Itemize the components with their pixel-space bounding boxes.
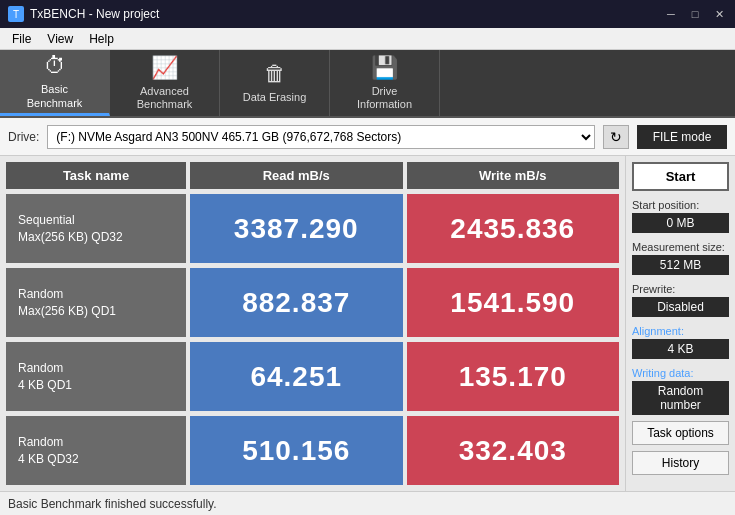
row-3-label: Random4 KB QD1 [6, 342, 186, 411]
alignment-value: 4 KB [632, 339, 729, 359]
table-header: Task name Read mB/s Write mB/s [6, 162, 619, 189]
history-button[interactable]: History [632, 451, 729, 475]
prewrite-label: Prewrite: [632, 283, 729, 295]
menu-bar: File View Help [0, 28, 735, 50]
alignment-group: Alignment: 4 KB [632, 323, 729, 359]
app-icon: T [8, 6, 24, 22]
drive-information-icon: 💾 [371, 55, 398, 81]
row-3-read-value: 64.251 [250, 361, 342, 393]
benchmark-table: Task name Read mB/s Write mB/s Sequentia… [0, 156, 625, 491]
start-position-value: 0 MB [632, 213, 729, 233]
advanced-benchmark-icon: 📈 [151, 55, 178, 81]
prewrite-group: Prewrite: Disabled [632, 281, 729, 317]
table-row: SequentialMax(256 KB) QD32 3387.290 2435… [6, 194, 619, 263]
row-2-write: 1541.590 [407, 268, 620, 337]
row-2-read: 882.837 [190, 268, 403, 337]
right-panel: Start Start position: 0 MB Measurement s… [625, 156, 735, 491]
row-3-write: 135.170 [407, 342, 620, 411]
measurement-size-label: Measurement size: [632, 241, 729, 253]
row-2-read-value: 882.837 [242, 287, 350, 319]
menu-file[interactable]: File [4, 30, 39, 47]
row-1-write: 2435.836 [407, 194, 620, 263]
drive-label: Drive: [8, 130, 39, 144]
drive-information-label: DriveInformation [357, 85, 412, 111]
toolbar-drive-information[interactable]: 💾 DriveInformation [330, 50, 440, 116]
basic-benchmark-icon: ⏱ [44, 53, 66, 79]
window-controls: ─ □ ✕ [663, 6, 727, 22]
row-4-read: 510.156 [190, 416, 403, 485]
col-header-task: Task name [6, 162, 186, 189]
main-area: Task name Read mB/s Write mB/s Sequentia… [0, 156, 735, 491]
minimize-button[interactable]: ─ [663, 6, 679, 22]
status-bar: Basic Benchmark finished successfully. [0, 491, 735, 515]
row-1-label: SequentialMax(256 KB) QD32 [6, 194, 186, 263]
row-2-write-value: 1541.590 [450, 287, 575, 319]
basic-benchmark-label: BasicBenchmark [27, 83, 83, 109]
menu-help[interactable]: Help [81, 30, 122, 47]
data-erasing-icon: 🗑 [264, 61, 286, 87]
drive-bar: Drive: (F:) NVMe Asgard AN3 500NV 465.71… [0, 118, 735, 156]
row-1-read: 3387.290 [190, 194, 403, 263]
row-1-write-value: 2435.836 [450, 213, 575, 245]
toolbar-basic-benchmark[interactable]: ⏱ BasicBenchmark [0, 50, 110, 116]
row-3-write-value: 135.170 [459, 361, 567, 393]
menu-view[interactable]: View [39, 30, 81, 47]
prewrite-value: Disabled [632, 297, 729, 317]
toolbar: ⏱ BasicBenchmark 📈 AdvancedBenchmark 🗑 D… [0, 50, 735, 118]
start-button[interactable]: Start [632, 162, 729, 191]
maximize-button[interactable]: □ [687, 6, 703, 22]
row-2-label: RandomMax(256 KB) QD1 [6, 268, 186, 337]
toolbar-data-erasing[interactable]: 🗑 Data Erasing [220, 50, 330, 116]
table-row: Random4 KB QD32 510.156 332.403 [6, 416, 619, 485]
task-options-button[interactable]: Task options [632, 421, 729, 445]
row-4-read-value: 510.156 [242, 435, 350, 467]
alignment-label: Alignment: [632, 325, 729, 337]
col-header-read: Read mB/s [190, 162, 403, 189]
toolbar-advanced-benchmark[interactable]: 📈 AdvancedBenchmark [110, 50, 220, 116]
advanced-benchmark-label: AdvancedBenchmark [137, 85, 193, 111]
window-title: TxBENCH - New project [30, 7, 159, 21]
measurement-size-group: Measurement size: 512 MB [632, 239, 729, 275]
title-bar: T TxBENCH - New project ─ □ ✕ [0, 0, 735, 28]
status-text: Basic Benchmark finished successfully. [8, 497, 217, 511]
row-4-write: 332.403 [407, 416, 620, 485]
measurement-size-value: 512 MB [632, 255, 729, 275]
writing-data-value: Random number [632, 381, 729, 415]
row-4-label: Random4 KB QD32 [6, 416, 186, 485]
row-1-read-value: 3387.290 [234, 213, 359, 245]
drive-select[interactable]: (F:) NVMe Asgard AN3 500NV 465.71 GB (97… [47, 125, 595, 149]
start-position-label: Start position: [632, 199, 729, 211]
data-erasing-label: Data Erasing [243, 91, 307, 104]
close-button[interactable]: ✕ [711, 6, 727, 22]
col-header-write: Write mB/s [407, 162, 620, 189]
start-position-group: Start position: 0 MB [632, 197, 729, 233]
table-row: RandomMax(256 KB) QD1 882.837 1541.590 [6, 268, 619, 337]
drive-refresh-button[interactable]: ↻ [603, 125, 629, 149]
table-row: Random4 KB QD1 64.251 135.170 [6, 342, 619, 411]
file-mode-button[interactable]: FILE mode [637, 125, 727, 149]
writing-data-group: Writing data: Random number [632, 365, 729, 415]
writing-data-label: Writing data: [632, 367, 729, 379]
row-3-read: 64.251 [190, 342, 403, 411]
row-4-write-value: 332.403 [459, 435, 567, 467]
